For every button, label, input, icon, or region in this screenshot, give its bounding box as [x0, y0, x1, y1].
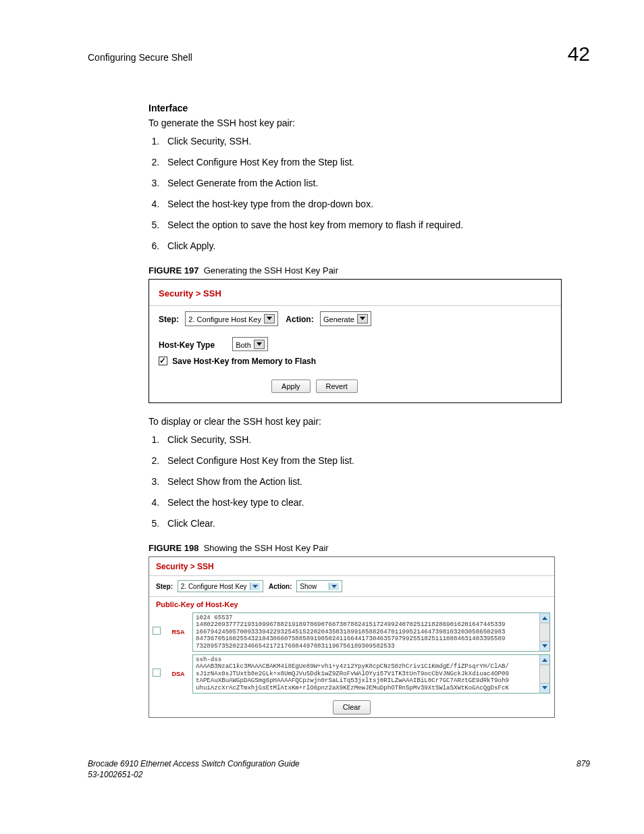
hostkey-type-label: Host-Key Type [159, 340, 215, 350]
list-item: Select Configure Host Key from the Step … [162, 156, 590, 169]
dsa-key-textarea[interactable]: ssh-dss AAAAB3NzaC1kc3MAAACBAKM4i8EgUe89… [192, 654, 550, 694]
chevron-down-icon [250, 583, 260, 590]
step-dropdown[interactable]: 2. Configure Host Key [185, 311, 278, 326]
section-heading: Interface [149, 102, 590, 115]
footer-doc-number: 53-1002651-02 [88, 769, 300, 780]
page-number: 879 [576, 758, 590, 780]
footer-doc-title: Brocade 6910 Ethernet Access Switch Conf… [88, 758, 300, 769]
hostkey-type-dropdown[interactable]: Both [232, 337, 268, 352]
chevron-down-icon [254, 340, 265, 349]
list-item: Select Show from the Action list. [162, 475, 590, 488]
chevron-down-icon [329, 583, 339, 590]
scroll-down-icon[interactable] [540, 683, 549, 693]
dsa-label: DSA [164, 653, 192, 695]
intro-text-2: To display or clear the SSH host key pai… [149, 415, 590, 428]
rsa-key-textarea[interactable]: 1024 65537 14802209377721931099678821918… [192, 613, 550, 652]
list-item: Click Apply. [162, 240, 590, 253]
list-item: Select the option to save the host key f… [162, 219, 590, 232]
step-label: Step: [159, 314, 179, 325]
list-item: Select the host-key type to clear. [162, 496, 590, 509]
figure-197-panel: Security > SSH Step: 2. Configure Host K… [149, 279, 562, 403]
intro-text-1: To generate the SSH host key pair: [149, 117, 590, 130]
page-header-title: Configuring Secure Shell [88, 51, 192, 64]
figure-198-panel: Security > SSH Step: 2. Configure Host K… [149, 556, 555, 717]
list-item: Click Clear. [162, 517, 590, 530]
public-key-heading: Public-Key of Host-Key [149, 596, 554, 611]
figure-198-label: FIGURE 198 Showing the SSH Host Key Pair [149, 542, 590, 554]
rsa-label: RSA [164, 611, 192, 653]
chevron-down-icon [357, 314, 368, 323]
action-label: Action: [286, 314, 313, 325]
scroll-up-icon[interactable] [540, 655, 549, 665]
breadcrumb: Security > SSH [149, 280, 561, 306]
step-label: Step: [156, 583, 173, 590]
action-label: Action: [269, 583, 292, 590]
steps-list-1: Click Security, SSH. Select Configure Ho… [149, 135, 590, 252]
apply-button[interactable]: Apply [271, 380, 311, 394]
list-item: Select Configure Host Key from the Step … [162, 454, 590, 467]
figure-197-label: FIGURE 197 Generating the SSH Host Key P… [149, 265, 590, 277]
action-dropdown[interactable]: Show [296, 580, 342, 593]
save-hostkey-checkbox[interactable] [159, 357, 167, 365]
scroll-down-icon[interactable] [540, 641, 549, 651]
step-dropdown[interactable]: 2. Configure Host Key [178, 580, 263, 593]
clear-button[interactable]: Clear [333, 700, 371, 714]
list-item: Click Security, SSH. [162, 434, 590, 446]
list-item: Select the host-key type from the drop-d… [162, 198, 590, 211]
breadcrumb: Security > SSH [149, 557, 554, 575]
list-item: Click Security, SSH. [162, 135, 590, 148]
steps-list-2: Click Security, SSH. Select Configure Ho… [149, 434, 590, 529]
scrollbar[interactable] [539, 655, 549, 693]
action-dropdown[interactable]: Generate [320, 311, 371, 326]
scroll-up-icon[interactable] [540, 613, 549, 623]
scrollbar[interactable] [539, 613, 549, 651]
chapter-number: 42 [568, 41, 590, 68]
chevron-down-icon [264, 314, 275, 323]
save-hostkey-label: Save Host-Key from Memory to Flash [172, 357, 316, 366]
dsa-checkbox[interactable] [153, 669, 161, 677]
list-item: Select Generate from the Action list. [162, 177, 590, 190]
rsa-checkbox[interactable] [153, 627, 161, 635]
revert-button[interactable]: Revert [316, 380, 358, 394]
